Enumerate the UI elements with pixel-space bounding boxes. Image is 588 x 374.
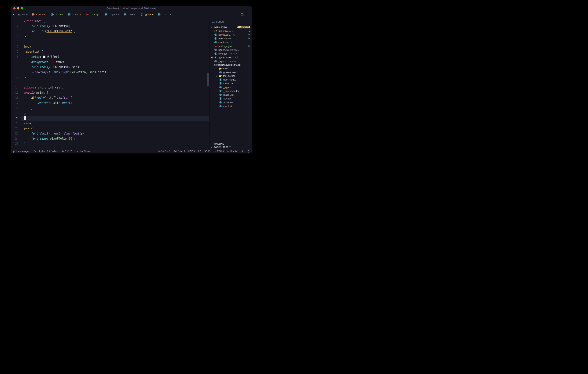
eol-status[interactable]: LF [198,150,201,153]
file-app[interactable]: _app.tsx [210,85,252,89]
timeline-header[interactable]: › TIMELINE [210,142,252,146]
open-editor-credits[interactable]: credits.tsx s… U [210,40,252,44]
react-icon [124,13,126,16]
open-editors-header[interactable]: ⌄ OPEN EDITO… 1 UNSAVED [210,25,252,29]
tab-rgb-wave[interactable]: M↓X rgb-wave [11,11,29,18]
folder-open-icon: 📂 [219,75,222,77]
tab-style[interactable]: style.tsx [122,11,138,18]
todos-header[interactable]: › TODOS: TREE (2) [210,146,252,149]
chevron-down-icon: ⌄ [211,64,213,66]
svg-point-78 [220,102,221,103]
open-editor-pages[interactable]: pages.tsx sreeta… [210,48,252,52]
scrollbar-thumb[interactable] [207,73,209,86]
react-icon [214,52,217,55]
folder-that-corner[interactable]: ⌄ 📂 that-corner [210,74,252,78]
language-mode-status[interactable]: SCSS [204,150,210,153]
tab-bar: M↓X rgb-wave karma.tsx mdx.tsx credits.t… [11,11,252,18]
open-editor-package[interactable]: npm package.jso… M [210,44,252,48]
react-icon [32,13,35,16]
mdx-icon: M↓X [214,29,217,32]
react-icon [51,13,54,16]
eslint-status[interactable]: ESLint [214,150,224,153]
react-icon [219,105,222,108]
svg-point-42 [215,53,216,54]
explorer-title: EXPLORER [212,21,224,23]
open-editor-rgb-wave[interactable]: M↓X rgb-wave-c… U [210,29,252,33]
code-area[interactable]: @font-face { font-family: Chunkfive; src… [21,18,209,149]
svg-point-88 [15,150,15,151]
folder-talks[interactable]: ⌄ 📂 talks [210,67,252,70]
svg-point-54 [220,79,221,80]
prettier-status[interactable]: Prettier [227,150,238,153]
open-editor-mdx[interactable]: mdx.tsx sre… M [210,37,252,40]
svg-point-4 [52,14,52,15]
file-about[interactable]: about.tsx [210,100,252,104]
window-title: @font-face { · Untitled-1 — personal (Wo… [11,7,252,10]
file-index[interactable]: index.tsx [210,82,252,85]
liveshare-status[interactable]: Live Share [75,150,90,153]
open-editor-style[interactable]: style.tsx sreetamd… [210,52,252,55]
open-editor-app[interactable]: _app.tsx sreetam… [210,59,252,63]
open-editor-karma[interactable]: karma.tsx… 7, M [210,33,252,37]
notifications-icon[interactable] [247,150,250,153]
minimize-window-button[interactable] [17,7,19,10]
close-window-button[interactable] [13,7,16,10]
feedback-icon[interactable] [241,150,244,153]
tab-karma[interactable]: karma.tsx [30,11,48,18]
npm-icon: npm [86,13,89,16]
file-document[interactable]: _document.tsx [210,89,252,93]
svg-point-8 [69,14,69,15]
explorer-more-icon[interactable]: ··· [247,21,250,23]
file-greenscreen[interactable]: greenscree… [210,70,252,74]
svg-point-12 [106,14,106,15]
svg-point-82 [220,106,221,107]
problems-status[interactable]: 0 7 [61,150,72,153]
liveshare-icon [75,150,78,153]
cloud-sync-status[interactable] [33,150,36,153]
python-interpreter-status[interactable]: Python 3.9.2 64-bit [39,150,58,153]
tab-app[interactable]: _app.tsx [156,11,173,18]
open-editor-fontface[interactable]: @font-face { Unti… [210,55,252,59]
svg-point-50 [220,72,221,73]
eslint-icon [214,150,216,152]
tab-pages[interactable]: pages.tsx [103,11,121,18]
react-icon [214,60,217,63]
scrollbar[interactable] [207,18,209,149]
file-credits[interactable]: credits.t… U [210,104,252,108]
chevron-down-icon: ⌄ [211,26,213,28]
maximize-window-button[interactable] [21,7,23,10]
svg-point-91 [242,150,243,151]
cursor-position-status[interactable]: Ln 20, Col 1 [158,150,170,153]
encoding-status[interactable]: UTF-8 [188,150,195,153]
tab-mdx[interactable]: mdx.tsx [49,11,65,18]
explorer-sidebar: EXPLORER ··· ⌄ OPEN EDITO… 1 UNSAVED M↓X… [209,18,252,149]
svg-point-34 [215,42,216,43]
tab-fontface[interactable]: @fon [139,11,155,18]
mdx-icon: M↓X [13,13,16,16]
svg-point-30 [215,38,216,39]
css-icon [141,13,144,16]
react-icon [105,13,108,16]
unsaved-badge: 1 UNSAVED [237,26,251,28]
svg-point-16 [125,14,126,15]
sidebar-header: EXPLORER ··· [210,18,252,25]
tab-package[interactable]: npm package.j [84,11,103,18]
file-page[interactable]: [page].tsx [210,93,252,97]
split-editor-icon[interactable] [241,13,244,16]
code-editor[interactable]: 1234567891011121314151617181920212223242… [11,18,209,149]
svg-point-0 [33,14,33,15]
tab-credits[interactable]: credits.ts [66,11,84,18]
file-dark-mode[interactable]: dark-mode.… [210,78,252,82]
svg-point-62 [220,87,221,87]
editor-window: @font-face { · Untitled-1 — personal (Wo… [11,6,252,153]
window-controls [11,7,23,10]
git-branch-status[interactable]: karma-page* [13,150,30,153]
file-404[interactable]: 404.tsx [210,97,252,100]
line-gutter: 1234567891011121314151617181920212223242… [11,18,21,149]
text-cursor [24,116,26,120]
svg-point-38 [215,50,216,50]
more-actions-icon[interactable]: ··· [247,13,250,16]
tab-size-status[interactable]: Tab Size: 4 [174,150,185,153]
workspace-header[interactable]: ⌄ PERSONAL (WORKSPACE) [210,63,252,67]
react-icon [219,101,222,104]
